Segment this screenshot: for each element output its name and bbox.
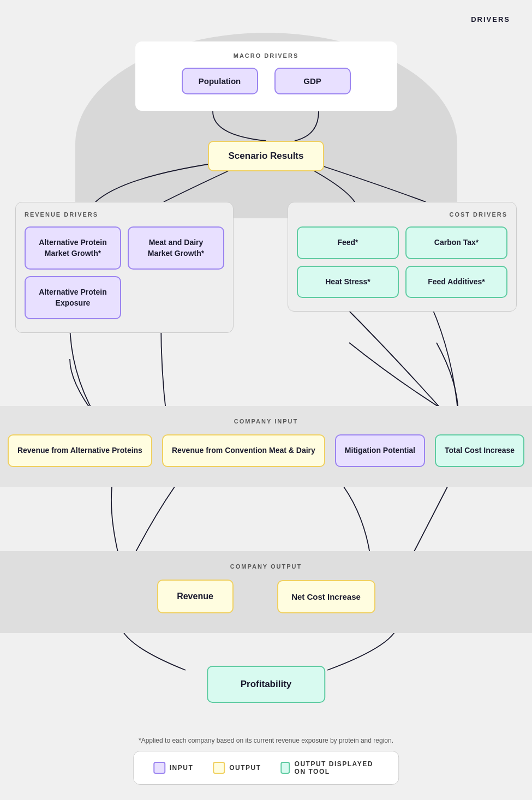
mitigation-potential-box: Mitigation Potential xyxy=(335,434,425,467)
footnote: *Applied to each company based on its cu… xyxy=(75,737,457,744)
meat-dairy-market-box: Meat and Dairy Market Growth* xyxy=(128,226,224,270)
scenario-results-box: Scenario Results xyxy=(208,141,325,171)
feed-box: Feed* xyxy=(297,226,399,259)
profitability-wrapper: Profitability xyxy=(207,666,326,703)
company-output-label: COMPANY OUTPUT xyxy=(0,563,532,570)
heat-stress-box: Heat Stress* xyxy=(297,266,399,298)
population-box: Population xyxy=(182,68,258,94)
cost-drivers-section: COST DRIVERS Feed* Carbon Tax* Heat Stre… xyxy=(288,202,517,312)
gdp-box: GDP xyxy=(274,68,351,94)
legend-output-icon xyxy=(213,762,225,774)
macro-drivers-box: MACRO DRIVERS Population GDP xyxy=(135,41,397,111)
legend-output: OUTPUT xyxy=(213,762,261,774)
alt-protein-market-box: Alternative Protein Market Growth* xyxy=(25,226,121,270)
company-output-band: COMPANY OUTPUT Revenue Net Cost Increase xyxy=(0,551,532,633)
macro-row: Population GDP xyxy=(152,68,381,94)
rev-conv-meat-box: Revenue from Convention Meat & Dairy xyxy=(162,434,325,467)
company-input-row: Revenue from Alternative Proteins Revenu… xyxy=(0,434,532,467)
cost-drivers-label: COST DRIVERS xyxy=(297,211,507,218)
macro-drivers-label: MACRO DRIVERS xyxy=(152,52,381,59)
revenue-drivers-section: REVENUE DRIVERS Alternative Protein Mark… xyxy=(15,202,234,333)
legend-output-label: OUTPUT xyxy=(229,764,261,772)
legend-output-tool-label: OUTPUT DISPLAYED ON TOOL xyxy=(295,760,379,775)
legend-output-tool: OUTPUT DISPLAYED ON TOOL xyxy=(281,760,379,775)
total-cost-increase-box: Total Cost Increase xyxy=(435,434,524,467)
page-wrapper: DRIVERS Integrated Assessment Model (GLO… xyxy=(0,0,532,800)
revenue-drivers-label: REVENUE DRIVERS xyxy=(25,211,224,218)
feed-additives-box: Feed Additives* xyxy=(405,266,507,298)
legend-input: INPUT xyxy=(153,762,194,774)
legend-bar: INPUT OUTPUT OUTPUT DISPLAYED ON TOOL xyxy=(133,751,399,785)
alt-protein-exposure-box: Alternative Protein Exposure xyxy=(25,276,121,319)
legend-input-label: INPUT xyxy=(170,764,194,772)
cost-driver-grid: Feed* Carbon Tax* Heat Stress* Feed Addi… xyxy=(297,226,507,298)
company-input-label: COMPANY INPUT xyxy=(0,418,532,425)
legend-output-tool-icon xyxy=(281,762,290,774)
company-input-band: COMPANY INPUT Revenue from Alternative P… xyxy=(0,406,532,487)
rev-alt-proteins-box: Revenue from Alternative Proteins xyxy=(8,434,152,467)
profitability-box: Profitability xyxy=(207,666,326,703)
revenue-box: Revenue xyxy=(157,580,234,613)
scenario-results-wrapper: Scenario Results xyxy=(208,141,325,171)
net-cost-increase-box: Net Cost Increase xyxy=(277,580,375,613)
legend-input-icon xyxy=(153,762,165,774)
revenue-driver-grid: Alternative Protein Market Growth* Meat … xyxy=(25,226,224,319)
company-output-row: Revenue Net Cost Increase xyxy=(0,580,532,613)
carbon-tax-box: Carbon Tax* xyxy=(405,226,507,259)
